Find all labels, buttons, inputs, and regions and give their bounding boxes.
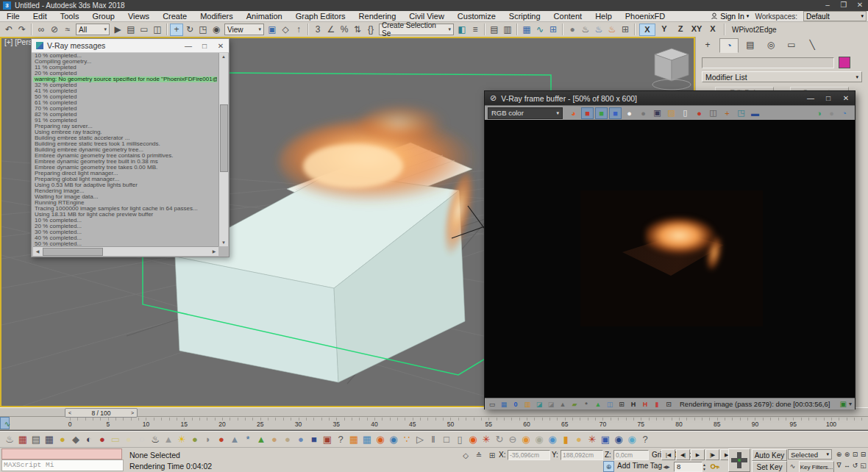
z-coordinate-field[interactable]: 0,0cm	[613, 450, 649, 460]
layers-icon[interactable]: ◫	[605, 399, 615, 409]
rendered-frame-icon[interactable]: ♨	[592, 24, 605, 36]
xy-button[interactable]: XY	[689, 24, 704, 35]
key-mode-toggle[interactable]: ◀▶	[661, 462, 672, 471]
edit-named-selection-icon[interactable]: {}	[364, 24, 377, 36]
levels-icon[interactable]: ◪	[546, 399, 556, 409]
stop-sim-icon[interactable]: □	[440, 432, 453, 446]
prev-frame-button[interactable]: ◀|	[676, 449, 690, 460]
columns-icon[interactable]: ▮	[652, 399, 662, 409]
zoom-region-icon[interactable]: ⊟	[859, 448, 867, 460]
blue-channel-button[interactable]: ■	[609, 107, 622, 119]
gear-blue-icon[interactable]: *	[241, 432, 255, 446]
vray-messages-titlebar[interactable]: V-Ray messages — □ ✕	[32, 39, 229, 53]
object-color-swatch[interactable]	[839, 57, 850, 68]
grid-icon[interactable]: ⊞	[616, 399, 627, 409]
menu-item[interactable]: Group	[85, 11, 121, 21]
pencil-icon[interactable]: ▰	[569, 399, 580, 409]
cube-add-icon[interactable]: ▣	[321, 432, 334, 446]
use-pivot-center-icon[interactable]: ▣	[266, 24, 279, 36]
water-circle-icon[interactable]: ◉	[387, 432, 400, 446]
crate-water-icon[interactable]: ▦	[360, 432, 374, 446]
horizontal-scrollbar[interactable]: ◀ ▶	[33, 246, 218, 256]
vertical-scrollbar[interactable]: ▲ ▼	[218, 53, 228, 246]
fire-preset-icon[interactable]: ◉	[466, 432, 480, 446]
link-icon[interactable]: ∞	[35, 24, 48, 36]
time-configuration-key-icon[interactable]	[710, 462, 719, 472]
close-button[interactable]: ✕	[837, 94, 855, 102]
palm-preset-icon[interactable]: ✳	[586, 432, 599, 446]
table-icon[interactable]: ▤	[29, 432, 43, 446]
prev-frame-arrow[interactable]: <	[65, 410, 74, 415]
scroll-up-icon[interactable]: ▲	[219, 53, 228, 60]
absolute-offset-icon[interactable]: ⊞	[487, 450, 497, 460]
zoom-icon[interactable]: ⊕	[835, 448, 843, 460]
vray-messages-window[interactable]: V-Ray messages — □ ✕ 10 % completed...Co…	[31, 38, 230, 257]
cube-icon[interactable]: ■	[307, 432, 321, 446]
menu-item[interactable]: Scripting	[502, 11, 547, 21]
scale-icon[interactable]: ◳	[196, 24, 210, 36]
spinner-snap-icon[interactable]: ⇅	[351, 24, 364, 36]
monochrome-button[interactable]: ●	[637, 107, 650, 119]
fov-icon[interactable]: ∇	[835, 460, 843, 471]
maximize-button[interactable]: □	[819, 94, 837, 102]
lamp-icon[interactable]: ●	[56, 432, 69, 446]
render-production-icon[interactable]: ♨	[605, 24, 619, 36]
frame-spinner[interactable]: ▲ ▼	[701, 462, 708, 471]
render-grid-icon[interactable]: ⊞	[619, 24, 632, 36]
workspaces-dropdown[interactable]: Default ▾	[803, 11, 867, 21]
clear-image-button[interactable]: ●	[693, 107, 705, 119]
x-key-button[interactable]: X	[705, 24, 720, 35]
image-info-icon[interactable]: ▦	[499, 399, 509, 409]
island-preset-icon[interactable]: ●	[572, 432, 586, 446]
align-icon[interactable]: ≡	[469, 24, 482, 36]
compare-sphere-button[interactable]: ●	[825, 107, 838, 119]
angle-snap-icon[interactable]: ∠	[324, 24, 338, 36]
track-bar-ruler[interactable]: 0510152025303540455055606570758085909510…	[0, 417, 868, 430]
spinner-down-icon[interactable]: ▼	[702, 467, 706, 471]
trash-icon[interactable]: ▯	[453, 432, 466, 446]
scroll-down-icon[interactable]: ▼	[219, 239, 228, 246]
sphere-green-icon[interactable]: ●	[188, 432, 202, 446]
next-frame-button[interactable]: |▶	[705, 449, 719, 460]
wave-icon[interactable]: ◉	[625, 432, 638, 446]
orbit-icon[interactable]: ↺	[851, 460, 859, 471]
snap-toggle-icon[interactable]: 3	[311, 24, 324, 36]
reference-coordinate-dropdown[interactable]: View▾	[224, 24, 264, 35]
channel-dropdown[interactable]: RGB color ▾	[488, 107, 563, 119]
sphere-red-icon[interactable]: ●	[215, 432, 228, 446]
sphere-blue-icon[interactable]: ●	[294, 432, 307, 446]
object-name-field[interactable]	[702, 57, 834, 68]
close-button[interactable]: ✕	[213, 42, 229, 50]
add-time-tag-button[interactable]: Add Time Tag	[617, 462, 662, 470]
menu-item[interactable]: Views	[121, 11, 156, 21]
y-button[interactable]: Y	[657, 24, 672, 35]
rotate-icon[interactable]: ↻	[183, 24, 196, 36]
z-button[interactable]: Z	[673, 24, 688, 35]
close-button[interactable]: ✕	[853, 0, 867, 10]
bind-spacewarp-icon[interactable]: ≈	[61, 24, 74, 36]
red-channel-button[interactable]: ■	[581, 107, 594, 119]
calculator-icon[interactable]: ▦	[43, 432, 56, 446]
menu-item[interactable]: Create	[156, 11, 193, 21]
flame-drop-icon[interactable]: ◉	[519, 432, 533, 446]
menu-item[interactable]: Civil View	[402, 11, 450, 21]
teapot-dark-icon[interactable]: ♨	[149, 432, 162, 446]
ink-drop-icon[interactable]: ◉	[612, 432, 625, 446]
vray-sphere-icon[interactable]: ◕	[567, 107, 580, 119]
zoom-all-icon[interactable]: ⊛	[843, 448, 851, 460]
scroll-left-icon[interactable]: ◀	[33, 248, 42, 255]
set-key-button[interactable]: Set Key	[752, 461, 787, 472]
rect-select-region-icon[interactable]: ▭	[138, 24, 151, 36]
hand-icon[interactable]: ●	[268, 432, 281, 446]
tab-hierarchy[interactable]: ▤	[741, 38, 759, 51]
menu-item[interactable]: Tools	[54, 11, 86, 21]
play-button[interactable]: ▶	[691, 449, 705, 460]
auto-key-button[interactable]: Auto Key	[752, 449, 787, 461]
x-button[interactable]: X	[639, 24, 655, 36]
x-coordinate-field[interactable]: -35,096cm	[508, 450, 550, 460]
blob-icon[interactable]: ●	[122, 432, 135, 446]
image-viewer-icon[interactable]: ▦	[16, 432, 29, 446]
pyramid-icon[interactable]: ▲	[228, 432, 241, 446]
pan-icon[interactable]: ↔	[843, 460, 851, 471]
window-crossing-icon[interactable]: ◫	[151, 24, 164, 36]
